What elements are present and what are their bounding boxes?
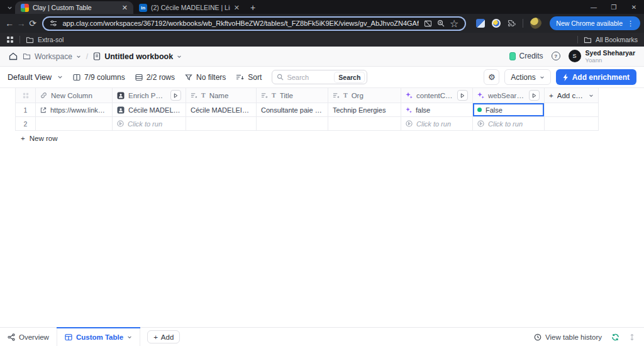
cell-empty[interactable] (257, 117, 328, 131)
cell-org[interactable]: Technip Energies (328, 103, 401, 117)
address-bar[interactable]: app.clay.com/workspaces/367192/workbooks… (42, 16, 466, 31)
extension-icon[interactable] (476, 19, 485, 28)
column-header-web-search[interactable]: webSearch-Model (473, 88, 545, 103)
person-avatar-icon (117, 106, 125, 114)
text-type-icon: T (343, 92, 348, 99)
extension-icon[interactable] (492, 19, 501, 28)
actions-label: Actions (511, 73, 535, 82)
sort-label: Sort (248, 73, 262, 82)
help-icon[interactable]: ? (552, 52, 560, 60)
search-icon (277, 74, 284, 81)
table-tab-label: Custom Table (76, 333, 123, 341)
cell-new-column[interactable]: https://www.linkedin.c... (36, 103, 113, 117)
back-icon[interactable]: ← (4, 15, 15, 31)
row-number-cell[interactable]: 1 (15, 103, 36, 117)
view-table-history-button[interactable]: View table history (534, 333, 602, 341)
refresh-icon[interactable]: ⟳ (27, 15, 38, 31)
circle-play-icon (117, 120, 124, 127)
cell-click-to-run[interactable]: Click to run (113, 117, 186, 131)
cell-click-to-run[interactable]: Click to run (401, 117, 473, 131)
credits-button[interactable]: Credits (509, 52, 543, 60)
minimize-button[interactable]: — (584, 4, 604, 11)
cell-empty[interactable] (545, 117, 599, 131)
column-header-title[interactable]: T Title (257, 88, 328, 103)
tab-search-icon[interactable] (4, 1, 15, 14)
close-tab-icon[interactable]: ✕ (234, 4, 240, 12)
search-input[interactable] (287, 74, 331, 81)
sync-icon[interactable] (611, 333, 619, 341)
chevron-down-icon (589, 93, 594, 98)
breadcrumb-workbook[interactable]: Untitled workbook (93, 52, 182, 61)
settings-gear-icon[interactable]: ⚙ (484, 69, 499, 85)
new-tab-button[interactable]: + (250, 3, 255, 13)
user-workspace: Yoann (586, 57, 635, 64)
row-number-cell[interactable]: 2 (15, 117, 36, 131)
chevron-down-icon (540, 75, 545, 80)
cast-off-icon[interactable] (424, 20, 432, 27)
cell-web-search-selected[interactable]: False (473, 103, 545, 117)
rows-button[interactable]: 2/2 rows (135, 73, 175, 82)
cell-title[interactable]: Consultante paie expérim... (257, 103, 328, 117)
resize-arrows-icon[interactable] (629, 333, 635, 341)
all-bookmarks-button[interactable]: All Bookmarks (584, 36, 638, 43)
site-info-icon[interactable] (50, 20, 57, 27)
run-column-button[interactable] (170, 90, 181, 101)
bookmark-star-icon[interactable]: ☆ (450, 18, 458, 30)
cell-empty[interactable] (36, 117, 113, 131)
column-header-content-creation[interactable]: contentCreation-Mo (401, 88, 473, 103)
cell-empty[interactable] (545, 103, 599, 117)
overview-tab[interactable]: Overview (0, 328, 57, 346)
cell-enrich-person[interactable]: Cécile MADELEINE (113, 103, 186, 117)
column-header-new-column[interactable]: New Column (36, 88, 113, 103)
search-box[interactable]: Search (272, 70, 367, 84)
divider (523, 19, 523, 28)
search-button[interactable]: Search (335, 72, 364, 82)
sort-button[interactable]: Sort (236, 73, 262, 82)
user-menu[interactable]: S Syed Sheharyar Yoann (569, 49, 635, 64)
cell-empty[interactable] (186, 117, 257, 131)
add-enrichment-button[interactable]: Add enrichment (556, 69, 636, 85)
close-window-button[interactable]: ✕ (624, 4, 644, 11)
bookmarks-bar: Extra-sol All Bookmarks (0, 33, 644, 47)
home-icon[interactable] (9, 52, 18, 60)
divider (19, 36, 20, 43)
apps-grid-icon[interactable] (6, 36, 14, 43)
select-all-cell[interactable] (15, 88, 36, 103)
column-header-name[interactable]: T Name (186, 88, 257, 103)
cell-value: Technip Energies (333, 106, 396, 114)
column-header-enrich-person[interactable]: Enrich Person (113, 88, 186, 103)
add-table-button[interactable]: + Add (147, 330, 180, 343)
new-chrome-available-button[interactable]: New Chrome available ⋮ (550, 16, 640, 30)
workbook-title: Untitled workbook (104, 52, 173, 61)
tab-clay[interactable]: Clay | Custom Table ✕ (15, 1, 133, 14)
view-toolbar: Default View 7/9 columns 2/2 rows No fil… (0, 67, 644, 88)
credits-label: Credits (519, 52, 543, 60)
filters-button[interactable]: No filters (185, 73, 226, 82)
column-header-org[interactable]: T Org (328, 88, 401, 103)
restore-button[interactable]: ❐ (604, 4, 624, 11)
view-selector[interactable]: Default View (8, 73, 63, 82)
zoom-icon[interactable] (437, 20, 445, 27)
run-column-button[interactable] (457, 90, 468, 101)
breadcrumb-separator: / (86, 52, 88, 61)
forward-icon[interactable]: → (15, 15, 26, 31)
chrome-menu-icon[interactable]: ⋮ (627, 20, 634, 27)
close-tab-icon[interactable]: ✕ (122, 4, 128, 12)
play-icon (532, 93, 536, 98)
add-column-button[interactable]: + Add column (545, 88, 599, 103)
clay-favicon (21, 4, 29, 12)
breadcrumb-workspace[interactable]: Workspace (23, 52, 81, 61)
cell-click-to-run[interactable]: Click to run (473, 117, 545, 131)
cell-name[interactable]: Cécile MADELEINE (186, 103, 257, 117)
bookmark-folder-extra-sol[interactable]: Extra-sol (26, 36, 64, 43)
tab-linkedin[interactable]: in (2) Cécile MADELEINE | LinkedI ✕ (133, 1, 245, 14)
run-column-button[interactable] (529, 90, 540, 101)
chrome-profile-avatar[interactable] (530, 18, 541, 29)
actions-button[interactable]: Actions (504, 69, 550, 85)
columns-button[interactable]: 7/9 columns (73, 73, 125, 82)
cell-empty[interactable] (328, 117, 401, 131)
cell-content-creation[interactable]: false (401, 103, 473, 117)
new-row-button[interactable]: + New row (15, 131, 644, 146)
custom-table-tab-active[interactable]: Custom Table (57, 328, 140, 346)
extensions-puzzle-icon[interactable] (508, 20, 516, 28)
